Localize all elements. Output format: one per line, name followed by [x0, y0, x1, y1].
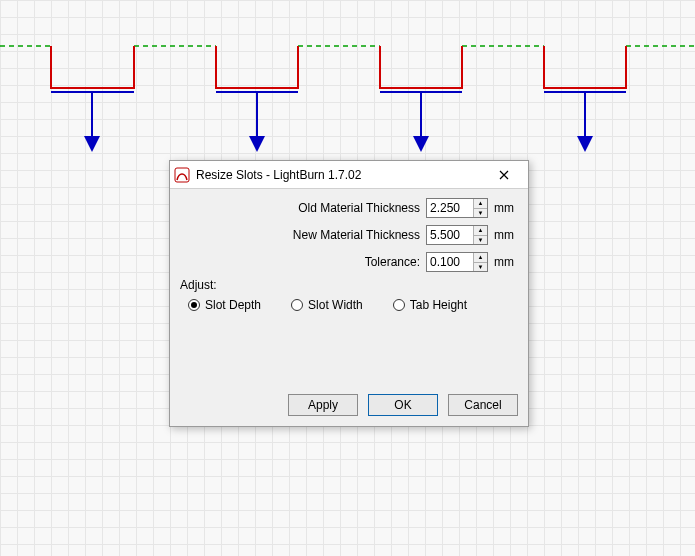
close-icon	[499, 170, 509, 180]
adjust-label: Adjust:	[180, 278, 518, 292]
row-old-thickness: Old Material Thickness ▲ ▼ mm	[180, 197, 518, 219]
unit-new-thickness: mm	[494, 228, 518, 242]
unit-tolerance: mm	[494, 255, 518, 269]
spin-up-icon[interactable]: ▲	[474, 226, 487, 236]
radio-slot-depth[interactable]: Slot Depth	[188, 298, 261, 312]
titlebar[interactable]: Resize Slots - LightBurn 1.7.02	[170, 161, 528, 189]
spin-down-icon[interactable]: ▼	[474, 263, 487, 272]
new-thickness-spinner[interactable]: ▲ ▼	[426, 225, 488, 245]
radio-label-slot-width: Slot Width	[308, 298, 363, 312]
ok-button[interactable]: OK	[368, 394, 438, 416]
spin-down-icon[interactable]: ▼	[474, 236, 487, 245]
radio-tab-height[interactable]: Tab Height	[393, 298, 467, 312]
dialog-title: Resize Slots - LightBurn 1.7.02	[196, 168, 484, 182]
radio-label-slot-depth: Slot Depth	[205, 298, 261, 312]
cancel-button[interactable]: Cancel	[448, 394, 518, 416]
adjust-radio-group: Slot Depth Slot Width Tab Height	[180, 298, 518, 312]
radio-slot-width[interactable]: Slot Width	[291, 298, 363, 312]
tolerance-input[interactable]	[427, 253, 473, 271]
spin-up-icon[interactable]: ▲	[474, 253, 487, 263]
app-icon	[174, 167, 190, 183]
radio-icon	[291, 299, 303, 311]
label-tolerance: Tolerance:	[365, 255, 420, 269]
new-thickness-input[interactable]	[427, 226, 473, 244]
tolerance-spinner[interactable]: ▲ ▼	[426, 252, 488, 272]
label-old-thickness: Old Material Thickness	[298, 201, 420, 215]
spin-up-icon[interactable]: ▲	[474, 199, 487, 209]
unit-old-thickness: mm	[494, 201, 518, 215]
row-tolerance: Tolerance: ▲ ▼ mm	[180, 251, 518, 273]
dialog-buttons: Apply OK Cancel	[170, 386, 528, 426]
row-new-thickness: New Material Thickness ▲ ▼ mm	[180, 224, 518, 246]
apply-button[interactable]: Apply	[288, 394, 358, 416]
dialog-body: Old Material Thickness ▲ ▼ mm New Materi…	[170, 189, 528, 386]
old-thickness-input[interactable]	[427, 199, 473, 217]
label-new-thickness: New Material Thickness	[293, 228, 420, 242]
spin-down-icon[interactable]: ▼	[474, 209, 487, 218]
radio-icon	[393, 299, 405, 311]
close-button[interactable]	[484, 163, 524, 187]
radio-label-tab-height: Tab Height	[410, 298, 467, 312]
radio-icon	[188, 299, 200, 311]
old-thickness-spinner[interactable]: ▲ ▼	[426, 198, 488, 218]
resize-slots-dialog: Resize Slots - LightBurn 1.7.02 Old Mate…	[169, 160, 529, 427]
